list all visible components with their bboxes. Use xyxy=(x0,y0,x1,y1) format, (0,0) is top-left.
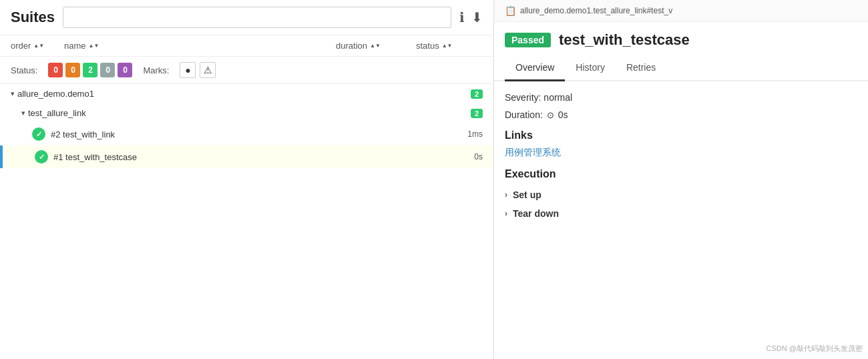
table-header: order ▲▼ name ▲▼ duration ▲▼ status ▲▼ xyxy=(0,35,493,57)
chevron-down-icon: ▾ xyxy=(21,109,25,117)
duration-row: Duration: ⊙ 0s xyxy=(505,109,857,120)
setup-label: Set up xyxy=(513,190,541,200)
tree-row[interactable]: #1 test_with_testcase 0s xyxy=(0,145,493,168)
tab-retries[interactable]: Retries xyxy=(616,55,666,81)
link-item[interactable]: 用例管理系统 xyxy=(505,147,857,159)
clock-icon: ⊙ xyxy=(547,110,554,120)
suites-header: Suites ℹ ⬇ xyxy=(0,0,493,35)
info-icon[interactable]: ℹ xyxy=(459,9,465,25)
page-icon: 📋 xyxy=(505,5,516,16)
col-duration[interactable]: duration ▲▼ xyxy=(336,41,416,51)
status-badges: 0 0 2 0 0 xyxy=(48,63,132,77)
tree-item-label: allure_demo.demo1 xyxy=(17,89,471,99)
col-status[interactable]: status ▲▼ xyxy=(416,41,483,51)
badge-orange: 0 xyxy=(65,63,80,77)
tree-duration: 1ms xyxy=(467,129,483,139)
badge-purple: 0 xyxy=(118,63,132,77)
chevron-down-icon: ▾ xyxy=(11,89,15,98)
tree-count-badge: 2 xyxy=(471,109,483,118)
tree-count-badge: 2 xyxy=(471,89,483,99)
right-content: Severity: normal Duration: ⊙ 0s Links 用例… xyxy=(494,81,868,359)
sort-order-icon: ▲▼ xyxy=(33,43,44,49)
teardown-row[interactable]: › Tear down xyxy=(505,204,857,223)
marks-label: Marks: xyxy=(143,65,169,75)
badge-green: 2 xyxy=(83,63,97,77)
chevron-right-icon: › xyxy=(505,209,507,218)
tab-history[interactable]: History xyxy=(565,55,616,81)
url-text: allure_demo.demo1.test_allure_link#test_… xyxy=(520,6,672,15)
header-icons: ℹ ⬇ xyxy=(459,9,483,25)
severity-row: Severity: normal xyxy=(505,92,857,103)
test-title: test_with_testcase xyxy=(559,31,690,49)
badge-red: 0 xyxy=(48,63,63,77)
marks-icons: ● ⚠ xyxy=(180,62,218,78)
url-bar: 📋 allure_demo.demo1.test_allure_link#tes… xyxy=(494,0,868,22)
tab-overview[interactable]: Overview xyxy=(505,55,565,81)
links-title: Links xyxy=(505,129,857,141)
badge-gray: 0 xyxy=(100,63,115,77)
sort-status-icon: ▲▼ xyxy=(442,43,453,49)
status-marks-row: Status: 0 0 2 0 0 Marks: ● ⚠ xyxy=(0,57,493,84)
duration-value: 0s xyxy=(558,109,568,120)
mark-circle-icon[interactable]: ● xyxy=(180,62,196,78)
chevron-right-icon: › xyxy=(505,190,507,200)
sort-name-icon: ▲▼ xyxy=(89,43,99,49)
mark-warning-icon[interactable]: ⚠ xyxy=(200,62,216,78)
right-title-row: Passed test_with_testcase xyxy=(494,22,868,55)
watermark: CSDN @敲代码敲到头发茂密 xyxy=(767,344,863,354)
status-label: Status: xyxy=(11,65,37,75)
execution-title: Execution xyxy=(505,168,857,180)
sort-duration-icon: ▲▼ xyxy=(370,43,381,49)
tree-row[interactable]: #2 test_with_link 1ms xyxy=(0,123,493,145)
tree-duration: 0s xyxy=(474,152,483,161)
suites-title: Suites xyxy=(11,9,55,26)
setup-row[interactable]: › Set up xyxy=(505,186,857,204)
duration-label: Duration: xyxy=(505,109,543,120)
tree-area: ▾ allure_demo.demo1 2 ▾ test_allure_link… xyxy=(0,84,493,359)
col-name[interactable]: name ▲▼ xyxy=(64,41,336,51)
passed-badge: Passed xyxy=(505,33,551,47)
tabs-row: Overview History Retries xyxy=(494,55,868,81)
right-panel: 📋 allure_demo.demo1.test_allure_link#tes… xyxy=(494,0,868,359)
tree-item-label: test_allure_link xyxy=(28,108,471,118)
search-input[interactable] xyxy=(63,7,451,28)
status-passed-icon xyxy=(35,150,48,163)
status-passed-icon xyxy=(32,127,45,141)
teardown-label: Tear down xyxy=(513,208,559,219)
download-icon[interactable]: ⬇ xyxy=(471,9,483,25)
col-order[interactable]: order ▲▼ xyxy=(11,41,64,51)
tree-item-label: #1 test_with_testcase xyxy=(53,152,469,162)
tree-row[interactable]: ▾ allure_demo.demo1 2 xyxy=(0,84,493,103)
severity-text: Severity: normal xyxy=(505,92,572,103)
tree-row[interactable]: ▾ test_allure_link 2 xyxy=(0,103,493,123)
tree-item-label: #2 test_with_link xyxy=(51,129,462,139)
